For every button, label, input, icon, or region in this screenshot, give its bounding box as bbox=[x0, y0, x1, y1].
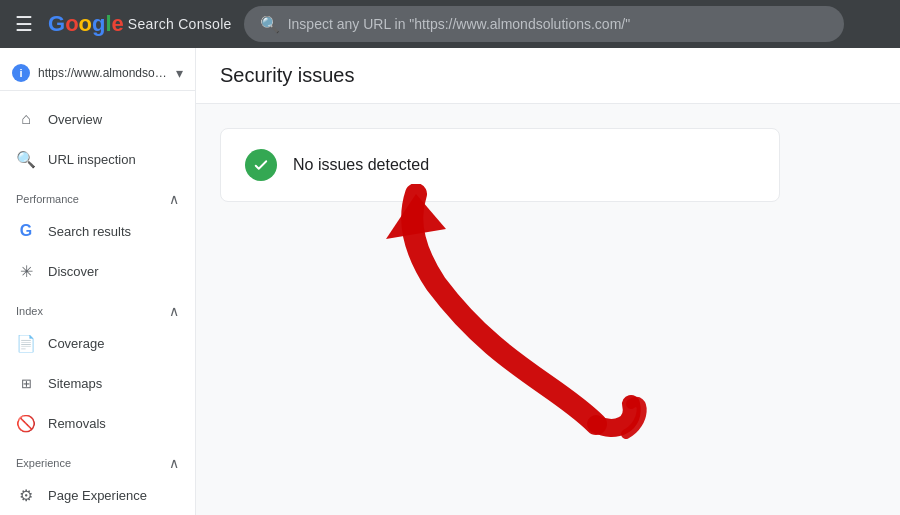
coverage-icon: 📄 bbox=[16, 334, 36, 353]
sidebar-item-label: URL inspection bbox=[48, 152, 136, 167]
content-body: No issues detected bbox=[196, 104, 900, 226]
google-g-icon: G bbox=[16, 222, 36, 240]
no-issues-text: No issues detected bbox=[293, 156, 429, 174]
no-issues-card: No issues detected bbox=[220, 128, 780, 202]
search-input[interactable] bbox=[288, 16, 828, 32]
chevron-up-icon: ∧ bbox=[169, 455, 179, 471]
search-icon: 🔍 bbox=[16, 150, 36, 169]
main-area: i https://www.almondsolution... ▾ ⌂ Over… bbox=[0, 48, 900, 515]
search-icon: 🔍 bbox=[260, 15, 280, 34]
home-icon: ⌂ bbox=[16, 110, 36, 128]
property-icon: i bbox=[12, 64, 30, 82]
topbar: ☰ Google Search Console 🔍 bbox=[0, 0, 900, 48]
sidebar-item-page-experience[interactable]: ⚙ Page Experience bbox=[0, 475, 187, 515]
chevron-up-icon: ∧ bbox=[169, 303, 179, 319]
chevron-up-icon: ∧ bbox=[169, 191, 179, 207]
sidebar-item-discover[interactable]: ✳ Discover bbox=[0, 251, 187, 291]
page-title: Security issues bbox=[220, 64, 876, 87]
sidebar-item-label: Page Experience bbox=[48, 488, 147, 503]
arrow-svg bbox=[336, 184, 656, 464]
arrow-annotation bbox=[336, 184, 656, 464]
sidebar-item-label: Overview bbox=[48, 112, 102, 127]
topbar-logo: Google Search Console bbox=[48, 11, 232, 37]
chevron-down-icon: ▾ bbox=[176, 65, 183, 81]
sidebar-item-removals[interactable]: 🚫 Removals bbox=[0, 403, 187, 443]
product-name: Search Console bbox=[128, 16, 232, 32]
section-label: Index bbox=[16, 305, 43, 317]
content-area: Security issues No issues detected bbox=[196, 48, 900, 515]
menu-icon[interactable]: ☰ bbox=[12, 12, 36, 36]
index-section: Index ∧ bbox=[0, 291, 195, 323]
sidebar-item-label: Coverage bbox=[48, 336, 104, 351]
sidebar-item-label: Sitemaps bbox=[48, 376, 102, 391]
content-header: Security issues bbox=[196, 48, 900, 104]
performance-section: Performance ∧ bbox=[0, 179, 195, 211]
sidebar-item-sitemaps[interactable]: ⊞ Sitemaps bbox=[0, 363, 187, 403]
property-url: https://www.almondsolution... bbox=[38, 66, 168, 80]
discover-icon: ✳ bbox=[16, 262, 36, 281]
section-label: Performance bbox=[16, 193, 79, 205]
sidebar-item-overview[interactable]: ⌂ Overview bbox=[0, 99, 187, 139]
sidebar-item-label: Discover bbox=[48, 264, 99, 279]
url-search-bar[interactable]: 🔍 bbox=[244, 6, 844, 42]
sidebar-item-url-inspection[interactable]: 🔍 URL inspection bbox=[0, 139, 187, 179]
checkmark-svg bbox=[252, 156, 270, 174]
sidebar-item-label: Removals bbox=[48, 416, 106, 431]
check-circle-icon bbox=[245, 149, 277, 181]
section-label: Experience bbox=[16, 457, 71, 469]
sidebar: i https://www.almondsolution... ▾ ⌂ Over… bbox=[0, 48, 196, 515]
google-logo-text: Google bbox=[48, 11, 124, 37]
experience-section: Experience ∧ bbox=[0, 443, 195, 475]
property-selector[interactable]: i https://www.almondsolution... ▾ bbox=[0, 56, 195, 91]
sidebar-item-label: Search results bbox=[48, 224, 131, 239]
sidebar-item-coverage[interactable]: 📄 Coverage bbox=[0, 323, 187, 363]
removals-icon: 🚫 bbox=[16, 414, 36, 433]
sitemaps-icon: ⊞ bbox=[16, 376, 36, 391]
page-experience-icon: ⚙ bbox=[16, 486, 36, 505]
sidebar-item-search-results[interactable]: G Search results bbox=[0, 211, 187, 251]
